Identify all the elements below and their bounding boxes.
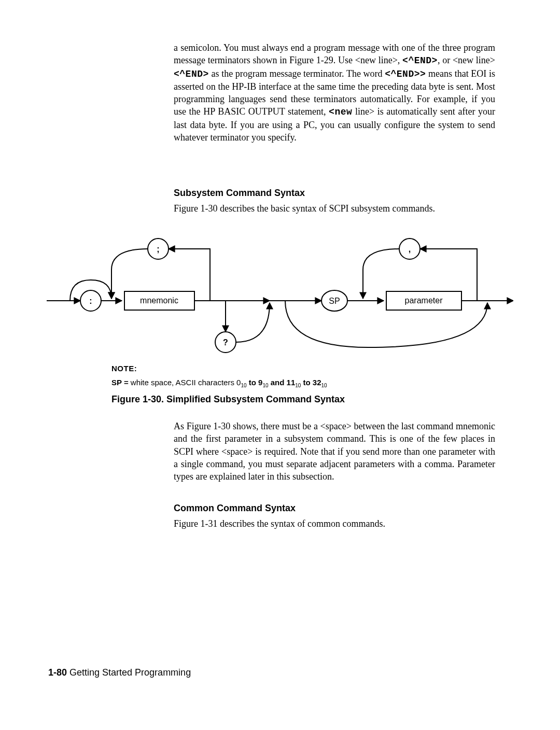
p1-seg2: , or <new line> bbox=[438, 55, 495, 65]
footer-title: Getting Started Programming bbox=[67, 667, 191, 678]
p1-code3: <^END>> bbox=[385, 69, 426, 79]
note-sp-eq: SP = bbox=[111, 378, 129, 387]
diagram-parameter-label: parameter bbox=[405, 296, 443, 305]
diagram-mnemonic-label: mnemonic bbox=[140, 296, 178, 305]
heading-common-command-syntax: Common Command Syntax bbox=[174, 503, 296, 514]
note-label: NOTE: bbox=[111, 364, 474, 373]
note-sp-line: SP = white space, ASCII characters 010 t… bbox=[111, 378, 474, 388]
paragraph-1: a semicolon. You must always end a progr… bbox=[174, 41, 495, 147]
paragraph-3: As Figure 1-30 shows, there must be a <s… bbox=[174, 420, 495, 483]
diagram-comma-label: , bbox=[409, 245, 411, 254]
note-sub3: 10 bbox=[295, 383, 301, 388]
note-sub4: 10 bbox=[321, 383, 327, 388]
diagram-colon-label: : bbox=[89, 297, 92, 305]
note-sub2: 10 bbox=[262, 383, 268, 388]
diagram-semicolon-label: ; bbox=[157, 245, 159, 254]
p1-code4: <new bbox=[329, 107, 352, 117]
syntax-diagram: : mnemonic ; ? SP parameter , bbox=[47, 228, 513, 360]
note-to2: to 32 bbox=[301, 378, 321, 387]
paragraph-2: Figure 1-30 describes the basic syntax o… bbox=[174, 203, 500, 214]
page-footer: 1-80 Getting Started Programming bbox=[48, 667, 191, 678]
page: a semicolon. You must always end a progr… bbox=[0, 0, 560, 730]
figure-caption: Figure 1-30. Simplified Subsystem Comman… bbox=[111, 394, 345, 405]
p1-seg3: as the program message terminator. The w… bbox=[209, 68, 385, 79]
diagram-qmark-label: ? bbox=[223, 338, 228, 347]
paragraph-4: Figure 1-31 describes the syntax of comm… bbox=[174, 518, 495, 529]
p1-code2: <^END> bbox=[174, 69, 209, 79]
note-sp-text1: white space, ASCII characters 0 bbox=[129, 378, 241, 387]
diagram-sp-label: SP bbox=[329, 297, 340, 305]
page-number: 1-80 bbox=[48, 667, 67, 678]
heading-subsystem-command-syntax: Subsystem Command Syntax bbox=[174, 188, 305, 199]
note-to1: to 9 bbox=[247, 378, 263, 387]
note-sub1: 10 bbox=[241, 383, 246, 388]
note-block: NOTE: SP = white space, ASCII characters… bbox=[111, 364, 474, 388]
p1-code1: <^END> bbox=[402, 55, 438, 66]
note-and: and 11 bbox=[269, 378, 296, 387]
